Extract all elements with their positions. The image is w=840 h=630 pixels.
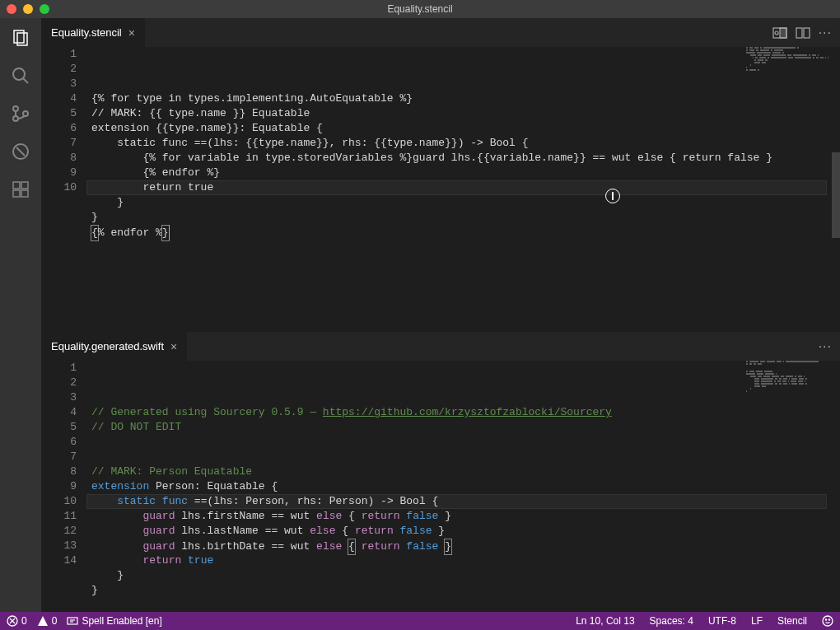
tab-bar-top: Equality.stencil × ··· <box>41 18 840 47</box>
tab-equality-generated[interactable]: Equality.generated.swift × <box>41 332 187 361</box>
svg-rect-12 <box>21 190 28 197</box>
gutter: 12345678910 <box>41 47 86 332</box>
gutter: 1234567891011121314 <box>41 361 86 612</box>
svg-point-24 <box>823 616 833 626</box>
svg-rect-21 <box>68 618 77 624</box>
svg-rect-14 <box>780 28 786 38</box>
svg-line-3 <box>23 78 28 83</box>
close-window-button[interactable] <box>7 4 16 14</box>
status-smiley-icon[interactable] <box>822 615 833 627</box>
titlebar: Equality.stencil <box>0 0 840 18</box>
svg-point-2 <box>13 68 25 80</box>
window-title: Equality.stencil <box>7 3 833 15</box>
git-icon[interactable] <box>9 102 32 125</box>
svg-line-8 <box>16 147 25 156</box>
explorer-icon[interactable] <box>9 26 32 49</box>
split-icon[interactable] <box>796 26 810 40</box>
status-language[interactable]: Stencil <box>777 615 807 627</box>
window-controls <box>7 4 49 14</box>
svg-point-26 <box>828 619 829 620</box>
svg-rect-11 <box>13 190 20 197</box>
extensions-icon[interactable] <box>9 178 32 201</box>
close-icon[interactable]: × <box>170 340 177 353</box>
split-side-icon[interactable] <box>772 26 787 40</box>
more-icon[interactable]: ··· <box>819 339 832 354</box>
status-spaces[interactable]: Spaces: 4 <box>650 615 693 627</box>
maximize-window-button[interactable] <box>40 4 49 14</box>
status-encoding[interactable]: UTF-8 <box>708 615 736 627</box>
status-line-col[interactable]: Ln 10, Col 13 <box>576 615 634 627</box>
editor-top[interactable]: 12345678910 {% for type in types.impleme… <box>41 47 840 332</box>
svg-point-15 <box>775 31 778 35</box>
svg-point-4 <box>13 106 18 111</box>
editor-bottom[interactable]: 1234567891011121314 // Generated using S… <box>41 361 840 612</box>
status-eol[interactable]: LF <box>751 615 763 627</box>
code-area[interactable]: // Generated using Sourcery 0.5.9 — http… <box>86 361 840 612</box>
status-errors[interactable]: 0 <box>7 615 27 627</box>
svg-point-5 <box>13 116 18 121</box>
minimize-window-button[interactable] <box>23 4 33 14</box>
scrollbar[interactable] <box>828 47 840 332</box>
status-bar: 0 0 Spell Enabled [en] Ln 10, Col 13 Spa… <box>0 612 840 630</box>
tab-label: Equality.stencil <box>51 26 122 39</box>
tab-equality-stencil[interactable]: Equality.stencil × <box>41 18 145 47</box>
tab-bar-bottom: Equality.generated.swift × ··· <box>41 332 840 361</box>
tab-label: Equality.generated.swift <box>51 340 164 352</box>
svg-point-25 <box>825 619 826 620</box>
close-icon[interactable]: × <box>128 26 135 40</box>
activity-bar <box>0 18 41 612</box>
code-area[interactable]: {% for type in types.implementing.AutoEq… <box>86 47 840 332</box>
svg-rect-17 <box>804 28 810 38</box>
svg-rect-9 <box>13 182 20 189</box>
more-icon[interactable]: ··· <box>819 26 832 40</box>
svg-rect-10 <box>21 182 28 189</box>
search-icon[interactable] <box>9 64 32 87</box>
status-spell[interactable]: Spell Enabled [en] <box>67 615 161 627</box>
debug-icon[interactable] <box>9 140 32 163</box>
status-warnings[interactable]: 0 <box>37 615 58 627</box>
svg-rect-16 <box>796 28 802 38</box>
